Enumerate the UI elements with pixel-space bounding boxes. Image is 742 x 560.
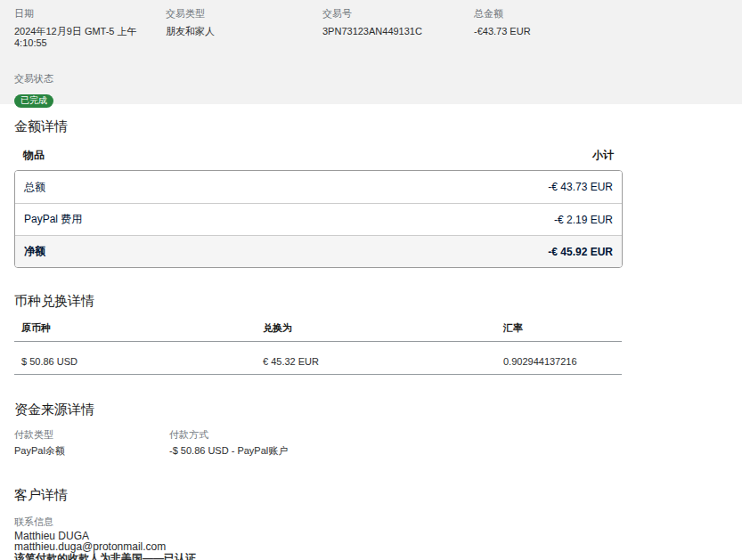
payment-type-label: 付款类型: [14, 429, 169, 441]
subtotal-column-header: 小计: [592, 149, 614, 161]
source-currency-value: $ 50.86 USD: [21, 356, 263, 368]
status-badge: 已完成: [14, 94, 53, 108]
payment-method-label: 付款方式: [169, 429, 288, 441]
summary-fields-row: 日期 2024年12月9日 GMT-5 上午4:10:55 交易类型 朋友和家人…: [14, 8, 728, 49]
transaction-summary-band: 日期 2024年12月9日 GMT-5 上午4:10:55 交易类型 朋友和家人…: [0, 0, 742, 104]
table-row-net: 净额 -€ 45.92 EUR: [15, 235, 622, 267]
contact-info-label: 联系信息: [14, 516, 623, 528]
funding-source-row: 付款类型 PayPal余额 付款方式 -$ 50.86 USD - PayPal…: [14, 429, 623, 457]
payment-method-value: -$ 50.86 USD - PayPal账户: [169, 445, 288, 457]
funding-source-section: 资金来源详情 付款类型 PayPal余额 付款方式 -$ 50.86 USD -…: [14, 402, 623, 457]
amount-table-header: 物品 小计: [14, 149, 623, 161]
currency-table-header: 原币种 兑换为 汇率: [14, 322, 623, 334]
date-value: 2024年12月9日 GMT-5 上午4:10:55: [14, 26, 166, 49]
transaction-type-label: 交易类型: [166, 8, 322, 20]
date-label: 日期: [14, 8, 166, 20]
divider: [14, 341, 622, 342]
payment-type-field: 付款类型 PayPal余额: [14, 429, 169, 457]
transaction-detail-sections: 金额详情 物品 小计 总额 -€ 43.73 EUR PayPal 费用 -€ …: [0, 118, 623, 560]
gross-amount-value: -€43.73 EUR: [474, 26, 531, 37]
exchange-rate-value: 0.902944137216: [503, 356, 577, 368]
payee-verification-note: 该笔付款的收款人为非美国——已认证: [14, 553, 623, 560]
gross-row-label: 总额: [24, 180, 45, 195]
customer-email: matthieu.duga@protonmail.com: [14, 541, 623, 552]
amount-details-title: 金额详情: [14, 118, 623, 134]
converted-to-header: 兑换为: [263, 322, 503, 334]
field-date: 日期 2024年12月9日 GMT-5 上午4:10:55: [14, 8, 166, 49]
funding-source-title: 资金来源详情: [14, 402, 623, 418]
transaction-status-label: 交易状态: [14, 73, 728, 85]
payment-type-value: PayPal余额: [14, 445, 169, 457]
net-row-label: 净额: [24, 244, 45, 259]
item-column-header: 物品: [23, 149, 45, 161]
net-row-value: -€ 45.92 EUR: [548, 246, 613, 258]
amount-table: 总额 -€ 43.73 EUR PayPal 费用 -€ 2.19 EUR 净额…: [14, 170, 623, 268]
field-transaction-status: 交易状态 已完成: [14, 73, 728, 108]
payment-method-field: 付款方式 -$ 50.86 USD - PayPal账户: [169, 429, 288, 457]
table-row-fee: PayPal 费用 -€ 2.19 EUR: [15, 203, 622, 235]
transaction-id-value: 3PN73123AN449131C: [322, 26, 474, 37]
source-currency-header: 原币种: [21, 322, 263, 334]
field-transaction-id: 交易号 3PN73123AN449131C: [322, 8, 474, 49]
divider: [14, 374, 622, 375]
field-transaction-type: 交易类型 朋友和家人: [166, 8, 322, 49]
currency-conversion-title: 币种兑换详情: [14, 293, 623, 309]
transaction-type-value: 朋友和家人: [166, 26, 322, 37]
amount-details-section: 金额详情 物品 小计 总额 -€ 43.73 EUR PayPal 费用 -€ …: [14, 118, 623, 268]
field-gross-amount: 总金额 -€43.73 EUR: [474, 8, 531, 49]
currency-conversion-section: 币种兑换详情 原币种 兑换为 汇率 $ 50.86 USD € 45.32 EU…: [14, 293, 623, 375]
customer-details-title: 客户详情: [14, 487, 623, 503]
customer-details-section: 客户详情 联系信息 Matthieu DUGA matthieu.duga@pr…: [14, 487, 623, 560]
gross-amount-label: 总金额: [474, 8, 531, 20]
currency-table-row: $ 50.86 USD € 45.32 EUR 0.902944137216: [14, 356, 623, 368]
converted-to-value: € 45.32 EUR: [263, 356, 503, 368]
transaction-id-label: 交易号: [322, 8, 474, 20]
fee-row-value: -€ 2.19 EUR: [554, 214, 613, 226]
gross-row-value: -€ 43.73 EUR: [548, 181, 613, 193]
transaction-details-page: 日期 2024年12月9日 GMT-5 上午4:10:55 交易类型 朋友和家人…: [0, 0, 742, 560]
table-row-gross: 总额 -€ 43.73 EUR: [15, 171, 622, 203]
fee-row-label: PayPal 费用: [24, 212, 82, 227]
exchange-rate-header: 汇率: [503, 322, 523, 334]
